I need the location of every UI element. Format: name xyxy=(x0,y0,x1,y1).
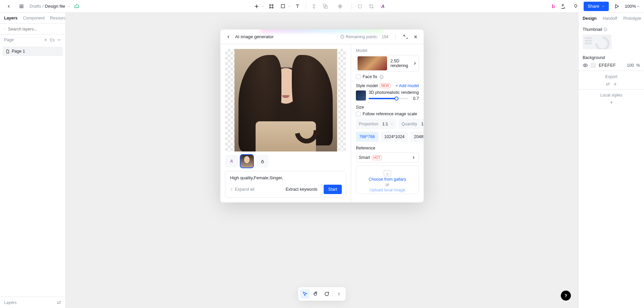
visibility-toggle[interactable] xyxy=(583,63,588,68)
breadcrumb-root: Drafts xyxy=(30,4,41,9)
choose-gallery-link[interactable]: Choose from gallary xyxy=(369,177,406,182)
share-button[interactable]: Share xyxy=(584,2,609,11)
svg-point-4 xyxy=(574,5,577,7)
chevron-down-icon[interactable] xyxy=(287,5,291,8)
breadcrumb[interactable]: Drafts / Design file xyxy=(30,4,70,9)
add-export-icon[interactable] xyxy=(613,82,618,86)
reference-mode-select[interactable]: Smart HOT xyxy=(356,152,419,163)
layers-settings-icon[interactable] xyxy=(57,300,61,305)
svg-point-13 xyxy=(608,83,609,84)
prompt-input[interactable] xyxy=(229,175,342,181)
start-button[interactable]: Start xyxy=(324,185,342,194)
move-tool[interactable] xyxy=(301,289,310,299)
tab-prototype[interactable]: Prototype xyxy=(623,16,641,21)
chevron-right-icon xyxy=(413,61,417,66)
info-icon[interactable] xyxy=(603,27,607,32)
frame-tool[interactable] xyxy=(267,2,276,11)
tab-component[interactable]: Component xyxy=(23,16,45,20)
svg-point-6 xyxy=(60,301,60,302)
ai-tool[interactable]: A xyxy=(378,2,387,11)
quantity-select[interactable]: Quantity 1 xyxy=(398,119,424,129)
size-option-0[interactable]: 768*768 xyxy=(356,132,378,142)
chevron-down-icon[interactable] xyxy=(261,5,265,8)
svg-rect-0 xyxy=(281,5,284,8)
size-option-2[interactable]: 2048*2048 xyxy=(411,132,424,142)
model-selector[interactable]: 2.5D rendering xyxy=(356,55,419,72)
remaining-points: Remaining points: 154 xyxy=(340,35,388,39)
model-thumb xyxy=(358,56,387,70)
svg-rect-9 xyxy=(261,161,264,163)
background-hex[interactable]: EFEFEF xyxy=(599,63,621,68)
comment-tool[interactable] xyxy=(322,289,331,299)
floating-toolbar xyxy=(299,287,346,301)
hot-badge: HOT xyxy=(372,155,382,160)
style-thumb xyxy=(356,90,366,101)
zoom-control[interactable]: 100% xyxy=(625,4,640,9)
hand-tool[interactable] xyxy=(311,289,321,299)
add-tool[interactable] xyxy=(252,2,261,11)
svg-point-12 xyxy=(585,65,586,66)
tab-layers[interactable]: Layers xyxy=(4,16,17,20)
ellipse-outline-tool xyxy=(355,2,365,11)
background-swatch[interactable] xyxy=(591,63,596,68)
tab-resource[interactable]: Resource xyxy=(50,16,68,20)
page-item[interactable]: Page 1 xyxy=(3,47,63,56)
tab-handoff[interactable]: Handoff xyxy=(603,16,618,21)
size-option-1[interactable]: 1024*1024 xyxy=(381,132,408,142)
dialog-back-button[interactable] xyxy=(225,32,232,42)
background-alpha[interactable]: 100 % xyxy=(624,63,640,68)
add-model-link[interactable]: + Add model xyxy=(395,83,419,88)
extract-keywords-button[interactable]: Extract keywords xyxy=(282,185,321,194)
page-folder-icon[interactable] xyxy=(50,38,55,42)
expand-all-button[interactable]: Expand all xyxy=(229,187,254,192)
thumbnail-label: Thumbnail xyxy=(583,27,602,32)
upload-local-link[interactable]: Upload local image xyxy=(370,188,405,192)
search-icon xyxy=(4,27,5,31)
shape-tool[interactable] xyxy=(278,2,287,11)
chevron-right-icon xyxy=(411,155,416,160)
close-button[interactable] xyxy=(412,32,419,42)
page-name: Page 1 xyxy=(12,49,25,54)
export-icon[interactable] xyxy=(558,2,568,11)
history-thumb-selected[interactable] xyxy=(240,155,253,168)
help-button[interactable]: ? xyxy=(561,291,571,301)
style-name: 3D photorealistic rendering xyxy=(369,90,419,95)
boolean-tool xyxy=(321,2,330,11)
logo-icon: b xyxy=(552,3,555,9)
history-thumb-ai[interactable]: A xyxy=(225,155,238,168)
back-button[interactable] xyxy=(4,2,13,11)
dialog-title: AI image generator xyxy=(235,34,274,39)
add-style-icon[interactable] xyxy=(609,100,614,105)
history-thumb-locked[interactable] xyxy=(256,155,269,168)
facefix-checkbox[interactable] xyxy=(356,74,361,79)
ai-generator-dialog: AI image generator Remaining points: 154 xyxy=(220,29,424,202)
export-settings-icon[interactable] xyxy=(605,82,610,86)
reference-dropzone[interactable]: Choose from gallary or Upload local imag… xyxy=(356,165,419,194)
proportion-select[interactable]: Proportion 1:1 xyxy=(356,119,396,129)
lock-icon xyxy=(260,159,265,164)
collapse-pages-icon[interactable] xyxy=(57,38,61,42)
more-tools[interactable] xyxy=(334,289,344,299)
reference-section-label: Reference xyxy=(356,146,419,150)
left-tabs: Layers Component Resource xyxy=(0,13,65,24)
style-strength-value: 0.7 xyxy=(411,96,419,101)
add-page-icon[interactable] xyxy=(43,38,48,42)
play-button[interactable] xyxy=(612,2,622,11)
search-input[interactable] xyxy=(7,26,61,32)
tab-design[interactable]: Design xyxy=(583,16,597,21)
notifications-icon[interactable] xyxy=(571,2,580,11)
style-model-label: Style model xyxy=(356,83,378,88)
svg-point-5 xyxy=(4,28,5,29)
right-tabs: Design Handoff Prototype xyxy=(579,13,644,24)
menu-button[interactable] xyxy=(17,2,26,11)
crop-tool xyxy=(367,2,376,11)
info-icon[interactable] xyxy=(379,75,384,79)
align-tool xyxy=(309,2,319,11)
text-tool[interactable] xyxy=(293,2,302,11)
thumbnail-preview[interactable] xyxy=(583,35,611,49)
component-tool xyxy=(335,2,345,11)
page-icon xyxy=(5,49,10,54)
style-strength-slider[interactable] xyxy=(369,98,408,99)
follow-scale-checkbox[interactable] xyxy=(356,112,361,116)
popout-button[interactable] xyxy=(402,32,409,42)
